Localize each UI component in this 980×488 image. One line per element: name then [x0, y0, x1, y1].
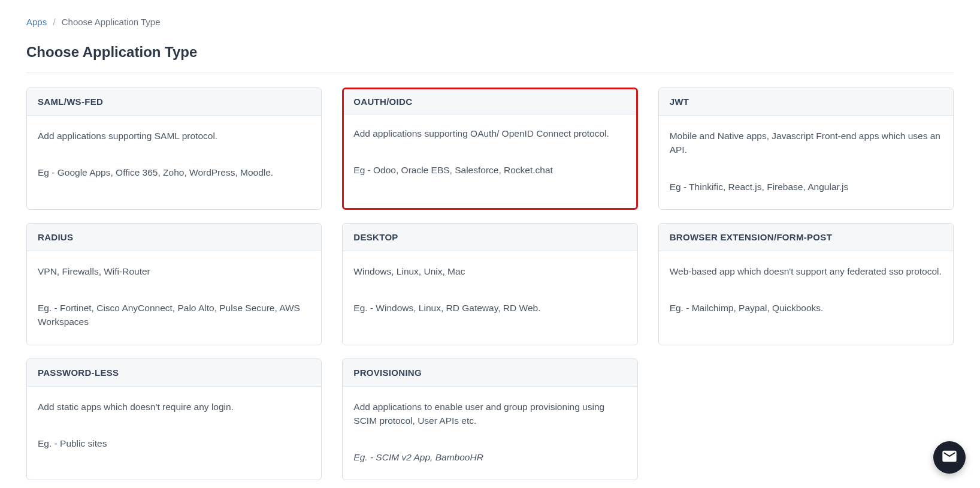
app-type-card[interactable]: PROVISIONINGAdd applications to enable u… — [342, 359, 637, 481]
card-examples: Eg. - Windows, Linux, RD Gateway, RD Web… — [353, 301, 626, 315]
card-examples: Eg - Google Apps, Office 365, Zoho, Word… — [38, 165, 310, 179]
card-description: Add static apps which doesn't require an… — [38, 400, 310, 414]
card-body: Add static apps which doesn't require an… — [27, 387, 321, 466]
card-header: BROWSER EXTENSION/FORM-POST — [659, 224, 953, 251]
card-description: Web-based app which doesn't support any … — [670, 264, 942, 278]
card-body: Web-based app which doesn't support any … — [659, 251, 953, 331]
card-title: SAML/WS-FED — [38, 97, 310, 107]
card-header: DESKTOP — [343, 224, 637, 251]
app-type-card[interactable]: DESKTOPWindows, Linux, Unix, MacEg. - Wi… — [342, 223, 637, 345]
card-body: Add applications to enable user and grou… — [343, 387, 637, 480]
breadcrumb-parent-link[interactable]: Apps — [26, 17, 47, 27]
card-title: BROWSER EXTENSION/FORM-POST — [670, 232, 942, 242]
card-examples: Eg. - Fortinet, Cisco AnyConnect, Palo A… — [38, 301, 310, 329]
mail-icon — [941, 448, 958, 467]
card-description: Add applications supporting OAuth/ OpenI… — [353, 126, 626, 140]
app-type-grid: SAML/WS-FEDAdd applications supporting S… — [26, 88, 954, 480]
card-body: Windows, Linux, Unix, MacEg. - Windows, … — [343, 251, 637, 331]
chat-widget-button[interactable] — [933, 441, 966, 474]
card-examples: Eg - Odoo, Oracle EBS, Salesforce, Rocke… — [353, 163, 626, 177]
card-examples: Eg. - Mailchimp, Paypal, Quickbooks. — [670, 301, 942, 315]
app-type-card[interactable]: RADIUSVPN, Firewalls, Wifi-RouterEg. - F… — [26, 223, 322, 345]
card-title: PROVISIONING — [353, 367, 626, 378]
card-title: OAUTH/OIDC — [353, 97, 626, 107]
card-description: VPN, Firewalls, Wifi-Router — [38, 264, 310, 278]
breadcrumb: Apps / Choose Application Type — [26, 17, 954, 27]
app-type-card[interactable]: JWTMobile and Native apps, Javascript Fr… — [658, 88, 954, 210]
breadcrumb-separator: / — [53, 17, 55, 27]
card-title: DESKTOP — [353, 232, 626, 242]
card-body: Add applications supporting OAuth/ OpenI… — [344, 115, 636, 192]
card-header: SAML/WS-FED — [27, 88, 321, 116]
breadcrumb-current: Choose Application Type — [62, 17, 161, 27]
card-title: JWT — [670, 97, 942, 107]
card-header: RADIUS — [27, 224, 321, 251]
card-examples: Eg. - Public sites — [38, 436, 310, 450]
app-type-card[interactable]: OAUTH/OIDCAdd applications supporting OA… — [342, 88, 637, 210]
card-description: Add applications supporting SAML protoco… — [38, 129, 310, 143]
card-body: VPN, Firewalls, Wifi-RouterEg. - Fortine… — [27, 251, 321, 345]
card-body: Mobile and Native apps, Javascript Front… — [659, 116, 953, 209]
card-header: OAUTH/OIDC — [344, 89, 636, 115]
card-examples: Eg - Thinkific, React.js, Firebase, Angu… — [670, 180, 942, 194]
card-body: Add applications supporting SAML protoco… — [27, 116, 321, 195]
card-examples: Eg. - SCIM v2 App, BambooHR — [353, 450, 626, 464]
card-header: JWT — [659, 88, 953, 116]
card-title: RADIUS — [38, 232, 310, 242]
card-description: Windows, Linux, Unix, Mac — [353, 264, 626, 278]
card-title: PASSWORD-LESS — [38, 367, 310, 378]
page-title: Choose Application Type — [26, 44, 954, 61]
card-description: Mobile and Native apps, Javascript Front… — [670, 129, 942, 157]
divider — [26, 73, 954, 73]
app-type-card[interactable]: SAML/WS-FEDAdd applications supporting S… — [26, 88, 322, 210]
app-type-card[interactable]: BROWSER EXTENSION/FORM-POSTWeb-based app… — [658, 223, 954, 345]
card-description: Add applications to enable user and grou… — [353, 400, 626, 428]
app-type-card[interactable]: PASSWORD-LESSAdd static apps which doesn… — [26, 359, 322, 481]
card-header: PROVISIONING — [343, 359, 637, 387]
card-header: PASSWORD-LESS — [27, 359, 321, 387]
